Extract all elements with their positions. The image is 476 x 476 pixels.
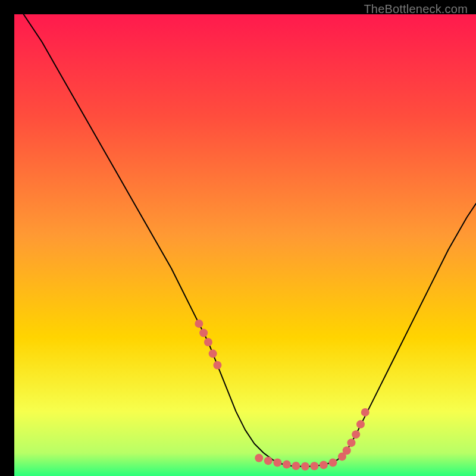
chart-background [14, 14, 476, 476]
marker-point [273, 459, 281, 467]
marker-point [283, 461, 291, 469]
marker-point [264, 456, 273, 465]
chart-frame [7, 7, 469, 469]
marker-point [255, 454, 263, 462]
marker-point [209, 349, 217, 358]
chart-svg [14, 14, 476, 476]
marker-point [343, 446, 351, 455]
marker-point [356, 420, 365, 428]
marker-point [195, 320, 203, 328]
watermark-text: TheBottleneck.com [364, 2, 468, 16]
marker-point [199, 328, 208, 337]
marker-point [213, 361, 221, 369]
marker-point [328, 459, 337, 467]
marker-point [320, 461, 328, 469]
marker-point [310, 462, 318, 470]
marker-point [347, 439, 355, 447]
marker-point [352, 430, 360, 439]
marker-point [361, 408, 369, 416]
marker-point [292, 462, 300, 470]
marker-point [301, 462, 309, 471]
marker-point [204, 338, 212, 346]
